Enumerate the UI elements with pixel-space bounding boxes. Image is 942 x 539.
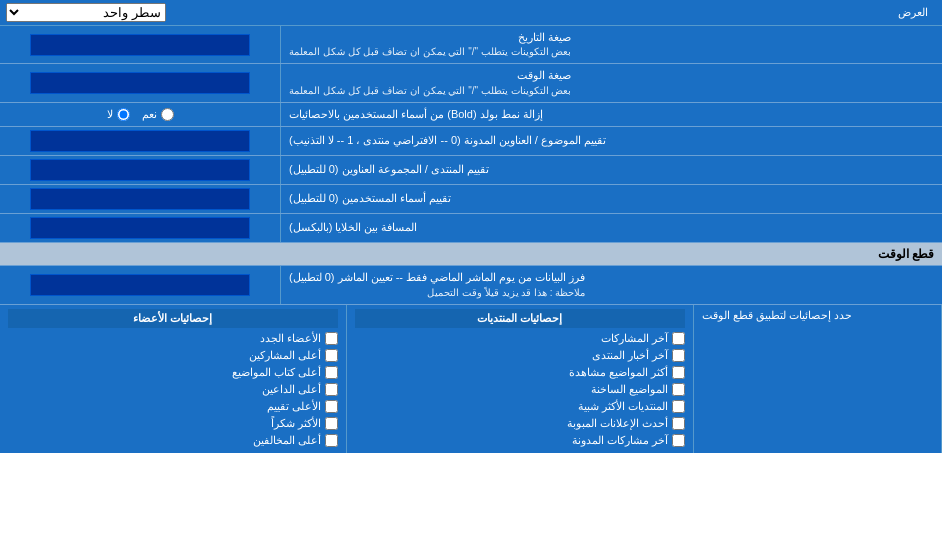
stats-posts-item-3: المواضيع الساخنة — [355, 381, 685, 398]
stats-members-header: إحصائيات الأعضاء — [8, 309, 338, 328]
time-format-row: صيغة الوقت بعض التكوينات يتطلب "/" التي … — [0, 64, 942, 102]
stats-posts-cb-0[interactable] — [672, 332, 685, 345]
stats-posts-cb-2[interactable] — [672, 366, 685, 379]
stats-posts-cb-1[interactable] — [672, 349, 685, 362]
top-label: العرض — [166, 6, 936, 19]
users-sort-label: تقييم أسماء المستخدمين (0 للتطبيل) — [280, 185, 942, 213]
bold-no-label[interactable]: لا — [107, 108, 130, 121]
stats-members-cb-6[interactable] — [325, 434, 338, 447]
topics-sort-input-cell: 33 — [0, 127, 280, 155]
stats-columns: إحصائيات المنتديات آخر المشاركات آخر أخب… — [0, 305, 694, 453]
time-format-input[interactable]: H:i — [30, 72, 250, 94]
stats-members-col: إحصائيات الأعضاء الأعضاء الجدد أعلى المش… — [0, 305, 347, 453]
forum-sort-input[interactable]: 33 — [30, 159, 250, 181]
date-format-label: صيغة التاريخ بعض التكوينات يتطلب "/" الت… — [280, 26, 942, 63]
stats-posts-cb-4[interactable] — [672, 400, 685, 413]
date-format-row: صيغة التاريخ بعض التكوينات يتطلب "/" الت… — [0, 26, 942, 64]
cutoff-label: فرز البيانات من يوم الماشر الماضي فقط --… — [280, 266, 942, 303]
topics-sort-label: تقييم الموضوع / العناوين المدونة (0 -- ا… — [280, 127, 942, 155]
users-sort-row: تقييم أسماء المستخدمين (0 للتطبيل) 0 — [0, 185, 942, 214]
bold-remove-label: إزالة نمط بولد (Bold) من أسماء المستخدمي… — [280, 103, 942, 126]
stats-members-item-5: الأكثر شكراً — [8, 415, 338, 432]
cutoff-section-header: قطع الوقت — [0, 243, 942, 266]
stats-posts-item-2: أكثر المواضيع مشاهدة — [355, 364, 685, 381]
users-sort-input[interactable]: 0 — [30, 188, 250, 210]
time-format-label: صيغة الوقت بعض التكوينات يتطلب "/" التي … — [280, 64, 942, 101]
stats-posts-item-4: المنتديات الأكثر شبية — [355, 398, 685, 415]
stats-posts-item-1: آخر أخبار المنتدى — [355, 347, 685, 364]
bold-no-radio[interactable] — [117, 108, 130, 121]
cell-gap-label: المسافة بين الخلايا (بالبكسل) — [280, 214, 942, 242]
cell-gap-row: المسافة بين الخلايا (بالبكسل) 2 — [0, 214, 942, 243]
cell-gap-input[interactable]: 2 — [30, 217, 250, 239]
stats-posts-item-5: أحدث الإعلانات المبوبة — [355, 415, 685, 432]
stats-apply-label-cell: حدد إحصائيات لتطبيق قطع الوقت — [694, 305, 942, 453]
date-format-input[interactable]: d-m — [30, 34, 250, 56]
forum-sort-row: تقييم المنتدى / المجموعة العناوين (0 للت… — [0, 156, 942, 185]
display-select[interactable]: سطر واحد — [6, 3, 166, 22]
topics-sort-row: تقييم الموضوع / العناوين المدونة (0 -- ا… — [0, 127, 942, 156]
bold-remove-row: إزالة نمط بولد (Bold) من أسماء المستخدمي… — [0, 103, 942, 127]
forum-sort-label: تقييم المنتدى / المجموعة العناوين (0 للت… — [280, 156, 942, 184]
stats-posts-cb-3[interactable] — [672, 383, 685, 396]
stats-members-item-2: أعلى كتاب المواضيع — [8, 364, 338, 381]
bold-yes-label[interactable]: نعم — [142, 108, 174, 121]
stats-members-cb-1[interactable] — [325, 349, 338, 362]
users-sort-input-cell: 0 — [0, 185, 280, 213]
stats-members-cb-0[interactable] — [325, 332, 338, 345]
stats-members-cb-4[interactable] — [325, 400, 338, 413]
stats-members-item-1: أعلى المشاركين — [8, 347, 338, 364]
forum-sort-input-cell: 33 — [0, 156, 280, 184]
topics-sort-input[interactable]: 33 — [30, 130, 250, 152]
cell-gap-input-cell: 2 — [0, 214, 280, 242]
stats-posts-col: إحصائيات المنتديات آخر المشاركات آخر أخب… — [347, 305, 694, 453]
stats-members-item-6: أعلى المخالفين — [8, 432, 338, 449]
top-row: العرض سطر واحد — [0, 0, 942, 26]
stats-members-cb-5[interactable] — [325, 417, 338, 430]
cutoff-input[interactable]: 0 — [30, 274, 250, 296]
bold-remove-radio-cell: نعم لا — [0, 103, 280, 126]
stats-members-item-4: الأعلى تقييم — [8, 398, 338, 415]
cutoff-input-cell: 0 — [0, 266, 280, 303]
stats-posts-item-0: آخر المشاركات — [355, 330, 685, 347]
stats-members-item-0: الأعضاء الجدد — [8, 330, 338, 347]
bottom-stats-area: حدد إحصائيات لتطبيق قطع الوقت إحصائيات ا… — [0, 305, 942, 453]
time-format-input-cell: H:i — [0, 64, 280, 101]
stats-members-item-3: أعلى الداعين — [8, 381, 338, 398]
stats-members-cb-2[interactable] — [325, 366, 338, 379]
cutoff-row: فرز البيانات من يوم الماشر الماضي فقط --… — [0, 266, 942, 304]
bold-yes-radio[interactable] — [161, 108, 174, 121]
date-format-input-cell: d-m — [0, 26, 280, 63]
stats-posts-cb-5[interactable] — [672, 417, 685, 430]
stats-posts-header: إحصائيات المنتديات — [355, 309, 685, 328]
stats-posts-item-6: آخر مشاركات المدونة — [355, 432, 685, 449]
stats-posts-cb-6[interactable] — [672, 434, 685, 447]
stats-members-cb-3[interactable] — [325, 383, 338, 396]
